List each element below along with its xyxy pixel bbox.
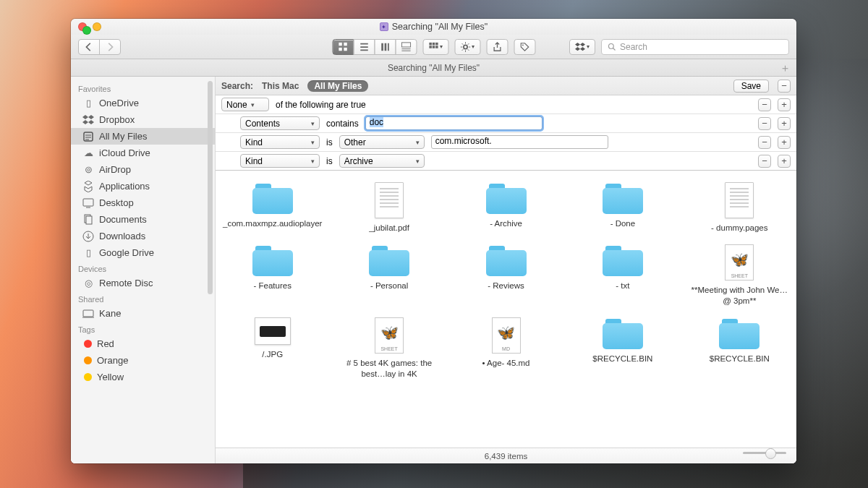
- value-select[interactable]: Archive▾: [339, 154, 425, 168]
- section-devices: Devices: [71, 261, 215, 275]
- traffic-lights: [78, 22, 101, 31]
- result-item[interactable]: $RECYCLE.BIN: [683, 313, 796, 383]
- sidebar-item-downloads[interactable]: Downloads: [71, 228, 215, 244]
- sidebar-item-documents[interactable]: Documents: [71, 211, 215, 228]
- arrange-button[interactable]: ▾: [422, 39, 448, 55]
- result-item[interactable]: - txt: [566, 240, 679, 310]
- sidebar-item-airdrop[interactable]: ⊚AirDrop: [71, 161, 215, 178]
- remove-row-button[interactable]: −: [758, 155, 771, 168]
- folder-icon: [252, 182, 293, 214]
- tags-button[interactable]: [514, 39, 535, 55]
- result-item[interactable]: - Reviews: [449, 240, 563, 310]
- coverflow-view-button[interactable]: [395, 39, 417, 55]
- result-item[interactable]: $RECYCLE.BIN: [566, 313, 679, 383]
- result-label: /.JPG: [262, 349, 283, 359]
- column-view-button[interactable]: [374, 39, 396, 55]
- result-item[interactable]: SHEET# 5 best 4K games: the best…lay in …: [332, 313, 446, 383]
- svg-rect-5: [384, 43, 386, 51]
- item-count: 6,439 items: [485, 452, 527, 461]
- list-view-button[interactable]: [353, 39, 375, 55]
- sidebar-item-icloud-drive[interactable]: ☁︎iCloud Drive: [71, 145, 215, 161]
- remove-row-button[interactable]: −: [758, 117, 771, 130]
- svg-rect-22: [83, 310, 93, 317]
- remove-row-button[interactable]: −: [758, 98, 771, 111]
- back-button[interactable]: [78, 39, 100, 55]
- result-item[interactable]: - dummy.pages: [683, 178, 796, 237]
- svg-rect-7: [401, 42, 410, 46]
- criteria-row-0: None▾ of the following are true − +: [216, 95, 796, 114]
- result-label: - txt: [616, 281, 629, 291]
- toolbar: ▾ ▾ ▾ Search: [71, 35, 796, 59]
- add-row-button[interactable]: +: [778, 117, 791, 130]
- sidebar-item-all-my-files[interactable]: All My Files: [71, 128, 215, 145]
- add-row-button[interactable]: +: [778, 136, 791, 149]
- scope-all-my-files[interactable]: All My Files: [307, 80, 368, 92]
- dropbox-button[interactable]: ▾: [569, 39, 595, 55]
- value-select[interactable]: Other▾: [339, 135, 425, 149]
- forward-button[interactable]: [99, 39, 121, 55]
- result-item[interactable]: /.JPG: [216, 313, 329, 383]
- result-label: - Done: [610, 218, 636, 228]
- attr-select[interactable]: Contents▾: [240, 116, 320, 130]
- sidebar-item-onedrive[interactable]: ▯OneDrive: [71, 95, 215, 111]
- sidebar-item-desktop[interactable]: Desktop: [71, 194, 215, 211]
- op-label: contains: [326, 119, 359, 129]
- remove-row-button[interactable]: −: [758, 136, 771, 149]
- add-row-button[interactable]: +: [778, 155, 791, 168]
- sidebar-tag-red[interactable]: Red: [71, 335, 215, 352]
- documents-icon: [82, 214, 94, 226]
- sidebar-item-dropbox[interactable]: Dropbox: [71, 111, 215, 128]
- sidebar-item-kane[interactable]: Kane: [71, 305, 215, 322]
- new-tab-button[interactable]: ＋: [778, 61, 792, 75]
- folder-icon: [603, 182, 643, 214]
- folder-icon: [486, 182, 527, 214]
- sidebar-tag-yellow[interactable]: Yellow: [71, 369, 215, 385]
- attr-select[interactable]: Kind▾: [240, 154, 320, 168]
- result-label: _com.maxmpz.audioplayer: [223, 218, 322, 228]
- zoom-button[interactable]: [82, 26, 91, 35]
- share-button[interactable]: [486, 39, 508, 55]
- result-item[interactable]: _jubilat.pdf: [332, 178, 446, 237]
- value-input[interactable]: doc: [365, 116, 542, 130]
- result-item[interactable]: _com.maxmpz.audioplayer: [216, 178, 329, 237]
- sidebar-item-google-drive[interactable]: ▯Google Drive: [71, 244, 215, 261]
- remove-criteria-button[interactable]: −: [778, 80, 791, 93]
- svg-point-16: [609, 43, 614, 48]
- add-row-button[interactable]: +: [778, 98, 791, 111]
- search-field[interactable]: Search: [601, 39, 789, 55]
- result-label: - Archive: [490, 218, 522, 228]
- result-item[interactable]: - Archive: [449, 178, 563, 237]
- result-item[interactable]: SHEET**Meeting with John We…@ 3pm**: [683, 240, 796, 310]
- minimize-button[interactable]: [93, 22, 101, 31]
- results-area[interactable]: _com.maxmpz.audioplayer_jubilat.pdf- Arc…: [216, 171, 796, 448]
- sidebar-item-applications[interactable]: Applications: [71, 178, 215, 194]
- share-icon: [492, 42, 502, 52]
- result-item[interactable]: - Personal: [332, 240, 446, 310]
- attr-select[interactable]: Kind▾: [240, 135, 320, 149]
- result-item[interactable]: - Done: [566, 178, 679, 237]
- sidebar: Favorites ▯OneDrive Dropbox All My Files…: [71, 77, 216, 463]
- list-icon: [359, 42, 369, 52]
- icon-view-button[interactable]: [332, 39, 354, 55]
- search-placeholder: Search: [620, 42, 647, 52]
- tab-label[interactable]: Searching "All My Files": [388, 63, 480, 73]
- sidebar-item-remote-disc[interactable]: ◎Remote Disc: [71, 275, 215, 291]
- result-item[interactable]: - Features: [216, 240, 329, 310]
- result-label: - Reviews: [488, 281, 524, 291]
- coverflow-icon: [401, 42, 411, 52]
- status-bar: 6,439 items: [216, 448, 796, 463]
- svg-rect-20: [86, 216, 92, 224]
- value-input[interactable]: com.microsoft.: [431, 135, 608, 149]
- scope-this-mac[interactable]: This Mac: [262, 81, 299, 91]
- sidebar-scrollbar[interactable]: [208, 81, 213, 294]
- criteria-any-select[interactable]: None▾: [221, 98, 269, 111]
- criteria-row-3: Kind▾ is Archive▾ − +: [216, 152, 796, 171]
- svg-rect-4: [381, 43, 383, 51]
- action-button[interactable]: ▾: [454, 39, 480, 55]
- tag-dot-icon: [84, 373, 92, 381]
- sidebar-tag-orange[interactable]: Orange: [71, 352, 215, 369]
- result-item[interactable]: MD• Age- 45.md: [449, 313, 563, 383]
- icon-size-slider[interactable]: [743, 452, 786, 454]
- folder-icon: [369, 244, 409, 276]
- save-search-button[interactable]: Save: [733, 80, 769, 93]
